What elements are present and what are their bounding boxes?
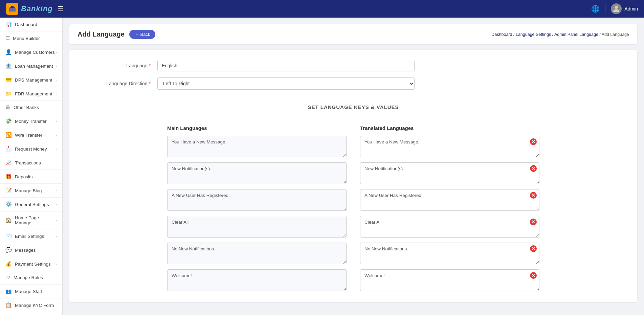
sidebar-item-inner-payment-settings: 💰 Payment Settings [5, 261, 51, 267]
main-textarea-3[interactable]: Clear All [167, 216, 347, 238]
clear-entry-button-1[interactable]: ✕ [530, 165, 537, 172]
admin-area: Admin [611, 3, 638, 14]
sidebar-item-other-banks[interactable]: 🏛 Other Banks [0, 101, 62, 114]
clear-entry-button-2[interactable]: ✕ [530, 192, 537, 199]
sidebar-label-dps-management: DPS Management [15, 77, 52, 83]
sidebar-item-dashboard[interactable]: 📊 Dashboard [0, 18, 62, 31]
sidebar-item-money-transfer[interactable]: 💸 Money Transfer › [0, 114, 62, 128]
sidebar-label-manage-staff: Manage Staff [15, 289, 42, 294]
translated-textarea-0[interactable]: You Have a New Message. [360, 136, 539, 157]
sidebar-label-general-settings: General Settings [15, 202, 49, 207]
sidebar-icon-dashboard: 📊 [5, 21, 12, 27]
lang-columns: Main Languages You Have a New Message.Ne… [167, 125, 539, 292]
main-textarea-5[interactable]: Welcome! [167, 269, 347, 291]
sidebar-item-inner-loan-management: 🏦 Loan Management [5, 63, 53, 69]
sidebar-item-messages[interactable]: 💬 Messages [0, 243, 62, 257]
sidebar-item-manage-staff[interactable]: 👥 Manage Staff [0, 285, 62, 298]
breadcrumb-admin-panel-lang[interactable]: Admin Panel Language [554, 32, 598, 37]
hamburger-icon[interactable]: ☰ [58, 5, 64, 13]
clear-entry-button-0[interactable]: ✕ [530, 138, 537, 145]
sidebar-label-manage-kyc: Manage KYC Form [15, 303, 54, 308]
clear-entry-button-5[interactable]: ✕ [530, 272, 537, 279]
clear-icon-1: ✕ [530, 165, 537, 172]
topnav: Banking ☰ 🌐 Admin [0, 0, 644, 18]
translated-textarea-5[interactable]: Welcome! [360, 269, 539, 291]
sidebar-item-payment-settings[interactable]: 💰 Payment Settings › [0, 257, 62, 271]
translated-entry-4: No New Notifications. ✕ [360, 243, 539, 265]
sidebar-item-manage-blog[interactable]: 📝 Manage Blog › [0, 184, 62, 198]
sidebar-item-inner-manage-customers: 👤 Manage Customers [5, 49, 55, 55]
sidebar-icon-wire-transfer: 🔁 [5, 132, 12, 138]
translated-textarea-3[interactable]: Clear All [360, 216, 539, 238]
sidebar-item-loan-management[interactable]: 🏦 Loan Management › [0, 59, 62, 73]
sidebar-item-inner-general-settings: ⚙️ General Settings [5, 201, 49, 207]
clear-entry-button-3[interactable]: ✕ [530, 219, 537, 225]
sidebar-arrow-manage-customers: › [55, 50, 57, 54]
sidebar-item-inner-menu-builder: ☰ Menu Builder [5, 35, 40, 41]
sidebar-item-inner-other-banks: 🏛 Other Banks [5, 105, 39, 110]
language-required: * [149, 63, 151, 68]
sidebar-item-inner-home-page-manage: 🏠 Home Page Manage [5, 215, 55, 225]
sidebar-arrow-manage-blog: › [55, 188, 57, 193]
page-title: Add Language [77, 30, 125, 38]
main-textarea-2[interactable]: A New User Has Registered. [167, 189, 347, 211]
sidebar-item-email-settings[interactable]: ✉️ Email Settings › [0, 229, 62, 243]
sidebar-item-general-settings[interactable]: ⚙️ General Settings › [0, 198, 62, 211]
sidebar-icon-home-page-manage: 🏠 [5, 217, 12, 223]
sidebar-icon-transactions: 📈 [5, 160, 12, 166]
sidebar-item-inner-dashboard: 📊 Dashboard [5, 21, 37, 27]
language-input[interactable] [157, 60, 415, 71]
translated-languages-col: Translated Languages You Have a New Mess… [360, 125, 539, 292]
sidebar-arrow-loan-management: › [55, 64, 57, 68]
main-entry-0: You Have a New Message. [167, 136, 347, 158]
sidebar-item-home-page-manage[interactable]: 🏠 Home Page Manage › [0, 211, 62, 229]
sidebar-label-loan-management: Loan Management [15, 64, 53, 69]
sidebar-label-request-money: Request Money [15, 147, 47, 152]
clear-icon-0: ✕ [530, 138, 537, 145]
clear-icon-2: ✕ [530, 192, 537, 199]
main-textarea-0[interactable]: You Have a New Message. [167, 136, 347, 157]
main-textarea-1[interactable]: New Notification(s). [167, 162, 347, 184]
brand-name: Banking [21, 4, 53, 13]
sidebar-label-fdr-management: FDR Management [15, 91, 52, 96]
translated-textarea-1[interactable]: New Notification(s). [360, 162, 539, 184]
translated-textarea-2[interactable]: A New User Has Registered. [360, 189, 539, 211]
sidebar-item-manage-kyc[interactable]: 📋 Manage KYC Form [0, 298, 62, 312]
translated-lang-entries: You Have a New Message. ✕ New Notificati… [360, 136, 539, 292]
nav-divider [605, 3, 605, 14]
clear-icon-5: ✕ [530, 272, 537, 279]
sidebar-item-request-money[interactable]: 📩 Request Money › [0, 142, 62, 156]
sidebar-icon-money-transfer: 💸 [5, 118, 12, 124]
sidebar-item-transactions[interactable]: 📈 Transactions [0, 156, 62, 170]
sidebar-arrow-wire-transfer: › [55, 133, 57, 137]
sidebar-item-inner-manage-roles: 🛡 Manage Roles [5, 275, 43, 280]
back-button[interactable]: ← Back [129, 30, 156, 39]
main-languages-col: Main Languages You Have a New Message.Ne… [167, 125, 347, 292]
translated-textarea-4[interactable]: No New Notifications. [360, 243, 539, 264]
sidebar-item-manage-customers[interactable]: 👤 Manage Customers › [0, 45, 62, 59]
sidebar-label-messages: Messages [15, 248, 36, 253]
sidebar-item-manage-roles[interactable]: 🛡 Manage Roles [0, 271, 62, 285]
main-textarea-4[interactable]: No New Notifications. [167, 243, 347, 264]
breadcrumb-dashboard[interactable]: Dashboard [491, 32, 512, 37]
sidebar-item-deposits[interactable]: 🎁 Deposits [0, 170, 62, 184]
sidebar-arrow-money-transfer: › [55, 119, 57, 123]
clear-entry-button-4[interactable]: ✕ [530, 245, 537, 252]
svg-point-4 [615, 6, 618, 9]
sidebar-item-dps-management[interactable]: 💳 DPS Management › [0, 73, 62, 87]
sidebar-icon-deposits: 🎁 [5, 174, 12, 180]
sidebar-item-inner-wire-transfer: 🔁 Wire Transfer [5, 132, 42, 138]
translated-entry-5: Welcome! ✕ [360, 269, 539, 292]
sidebar-item-fdr-management[interactable]: 📁 FDR Management › [0, 87, 62, 101]
sidebar-item-wire-transfer[interactable]: 🔁 Wire Transfer › [0, 128, 62, 142]
sidebar-arrow-dps-management: › [55, 78, 57, 82]
sidebar-label-manage-customers: Manage Customers [15, 50, 55, 55]
sidebar-item-menu-builder[interactable]: ☰ Menu Builder [0, 31, 62, 45]
breadcrumb-lang-settings[interactable]: Language Settings [516, 32, 551, 37]
sidebar-arrow-request-money: › [55, 147, 57, 151]
language-direction-select[interactable]: Left To Right Right To Left [157, 77, 415, 90]
svg-rect-3 [9, 8, 16, 12]
globe-icon[interactable]: 🌐 [591, 5, 600, 13]
sidebar-label-menu-builder: Menu Builder [13, 36, 40, 41]
language-row: Language * [83, 60, 624, 71]
